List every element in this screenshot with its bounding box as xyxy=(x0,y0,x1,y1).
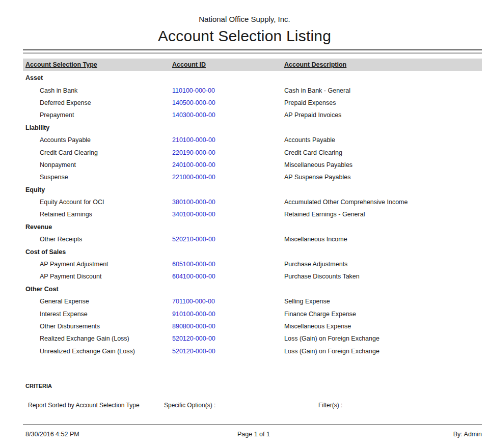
account-description-cell: Accounts Payable xyxy=(284,136,482,144)
account-description-cell: Cash in Bank - General xyxy=(284,87,482,94)
account-description-cell: Loss (Gain) on Foreign Exchange xyxy=(284,335,482,342)
account-id-link[interactable]: 110100-000-00 xyxy=(172,87,215,94)
account-id-cell: 520210-000-00 xyxy=(172,236,284,243)
account-id-link[interactable]: 140300-000-00 xyxy=(172,111,215,119)
account-id-link[interactable]: 701100-000-00 xyxy=(172,298,215,305)
company-name: National Office Supply, Inc. xyxy=(0,0,489,24)
account-type-cell: Other Receipts xyxy=(25,236,172,243)
account-id-cell: 140300-000-00 xyxy=(172,111,284,119)
group-name: Asset xyxy=(25,74,482,81)
table-row: AP Payment Discount 604100-000-00 Purcha… xyxy=(23,270,482,283)
account-id-link[interactable]: 210100-000-00 xyxy=(172,136,215,144)
account-id-link[interactable]: 240100-000-00 xyxy=(172,161,215,169)
title-divider xyxy=(23,49,482,54)
footer-page-number: Page 1 of 1 xyxy=(237,431,270,438)
account-description-cell: Retained Earnings - General xyxy=(284,211,482,218)
table-body: Asset Cash in Bank 110100-000-00 Cash in… xyxy=(23,72,482,357)
group-header-row: Other Cost xyxy=(23,283,482,295)
account-type-cell: Unrealized Exchange Gain (Loss) xyxy=(25,348,172,355)
account-id-link[interactable]: 140500-000-00 xyxy=(172,99,215,106)
table-row: Credit Card Clearing 220190-000-00 Credi… xyxy=(23,146,482,158)
account-id-cell: 605100-000-00 xyxy=(172,261,284,268)
account-type-cell: AP Payment Adjustment xyxy=(25,261,172,268)
account-type-cell: Suspense xyxy=(25,174,172,181)
account-id-cell: 520120-000-00 xyxy=(172,335,284,342)
column-header-account-id: Account ID xyxy=(172,61,284,68)
account-id-link[interactable]: 380100-000-00 xyxy=(172,199,215,206)
account-type-cell: Cash in Bank xyxy=(25,87,172,94)
account-id-cell: 240100-000-00 xyxy=(172,161,284,169)
group-name: Revenue xyxy=(25,223,482,231)
group-header-row: Revenue xyxy=(23,221,482,233)
table-row: Other Disbursements 890800-000-00 Miscel… xyxy=(23,320,482,332)
criteria-filters-label: Filter(s) : xyxy=(318,402,482,409)
account-id-cell: 910100-000-00 xyxy=(172,311,284,318)
account-description-cell: Accumulated Other Comprehensive Income xyxy=(284,199,482,206)
account-id-link[interactable]: 520120-000-00 xyxy=(172,335,215,342)
account-type-cell: Retained Earnings xyxy=(25,211,172,218)
page-footer: 8/30/2016 4:52 PM Page 1 of 1 By: Admin xyxy=(23,425,482,438)
column-header-account-description: Account Description xyxy=(284,61,482,68)
table-row: Deferred Expense 140500-000-00 Prepaid E… xyxy=(23,97,482,109)
account-id-link[interactable]: 604100-000-00 xyxy=(172,273,215,280)
account-description-cell: Credit Card Clearing xyxy=(284,149,482,156)
account-description-cell: Purchase Adjustments xyxy=(284,261,482,268)
account-description-cell: AP Prepaid Invoices xyxy=(284,111,482,119)
table-row: Suspense 221000-000-00 AP Suspense Payab… xyxy=(23,171,482,183)
account-type-cell: Equity Account for OCI xyxy=(25,199,172,206)
account-id-link[interactable]: 520210-000-00 xyxy=(172,236,215,243)
account-id-cell: 604100-000-00 xyxy=(172,273,284,280)
report-page: National Office Supply, Inc. Account Sel… xyxy=(0,0,489,448)
group-header-row: Cost of Sales xyxy=(23,245,482,258)
account-id-cell: 520120-000-00 xyxy=(172,348,284,355)
group-header-row: Equity xyxy=(23,184,482,196)
account-type-cell: General Expense xyxy=(25,298,172,305)
account-type-cell: Interest Expense xyxy=(25,311,172,318)
criteria-heading: CRITERIA xyxy=(23,383,482,389)
account-description-cell: Loss (Gain) on Foreign Exchange xyxy=(284,348,482,355)
group-header-row: Liability xyxy=(23,122,482,134)
account-id-cell: 380100-000-00 xyxy=(172,199,284,206)
table-row: Unrealized Exchange Gain (Loss) 520120-0… xyxy=(23,345,482,357)
group-name: Liability xyxy=(25,124,482,131)
criteria-section: CRITERIA Report Sorted by Account Select… xyxy=(23,383,482,409)
table-row: Cash in Bank 110100-000-00 Cash in Bank … xyxy=(23,84,482,96)
group-header-row: Asset xyxy=(23,72,482,84)
group-name: Equity xyxy=(25,186,482,193)
table-row: Nonpayment 240100-000-00 Miscellaneous P… xyxy=(23,159,482,171)
page-title: Account Selection Listing xyxy=(0,27,489,45)
account-id-link[interactable]: 221000-000-00 xyxy=(172,174,215,181)
account-id-cell: 140500-000-00 xyxy=(172,99,284,106)
account-type-cell: Credit Card Clearing xyxy=(25,149,172,156)
account-id-link[interactable]: 890800-000-00 xyxy=(172,323,215,330)
account-id-link[interactable]: 220190-000-00 xyxy=(172,149,215,156)
account-description-cell: Selling Expense xyxy=(284,298,482,305)
table-row: Realized Exchange Gain (Loss) 520120-000… xyxy=(23,332,482,345)
divider-line-light xyxy=(23,52,482,54)
criteria-row: Report Sorted by Account Selection Type … xyxy=(23,402,482,409)
account-id-link[interactable]: 520120-000-00 xyxy=(172,348,215,355)
account-type-cell: Accounts Payable xyxy=(25,136,172,144)
table-header: Account Selection Type Account ID Accoun… xyxy=(23,59,482,71)
account-id-link[interactable]: 910100-000-00 xyxy=(172,311,215,318)
table-row: Prepayment 140300-000-00 AP Prepaid Invo… xyxy=(23,109,482,121)
footer-datetime: 8/30/2016 4:52 PM xyxy=(25,431,237,438)
table-row: General Expense 701100-000-00 Selling Ex… xyxy=(23,295,482,307)
account-description-cell: Finance Charge Expense xyxy=(284,311,482,318)
account-id-cell: 220190-000-00 xyxy=(172,149,284,156)
table-row: AP Payment Adjustment 605100-000-00 Purc… xyxy=(23,258,482,270)
account-id-link[interactable]: 605100-000-00 xyxy=(172,261,215,268)
divider-line-dark xyxy=(23,49,482,50)
table-row: Other Receipts 520210-000-00 Miscellaneo… xyxy=(23,233,482,245)
account-description-cell: Miscellaneous Expense xyxy=(284,323,482,330)
account-id-cell: 890800-000-00 xyxy=(172,323,284,330)
account-id-cell: 210100-000-00 xyxy=(172,136,284,144)
account-description-cell: AP Suspense Payables xyxy=(284,174,482,181)
account-description-cell: Purchase Discounts Taken xyxy=(284,273,482,280)
criteria-specific-options-label: Specific Option(s) : xyxy=(164,402,318,409)
account-description-cell: Miscellaneous Income xyxy=(284,236,482,243)
account-type-cell: Prepayment xyxy=(25,111,172,119)
account-type-cell: Deferred Expense xyxy=(25,99,172,106)
account-type-cell: Other Disbursements xyxy=(25,323,172,330)
account-id-link[interactable]: 340100-000-00 xyxy=(172,211,215,218)
